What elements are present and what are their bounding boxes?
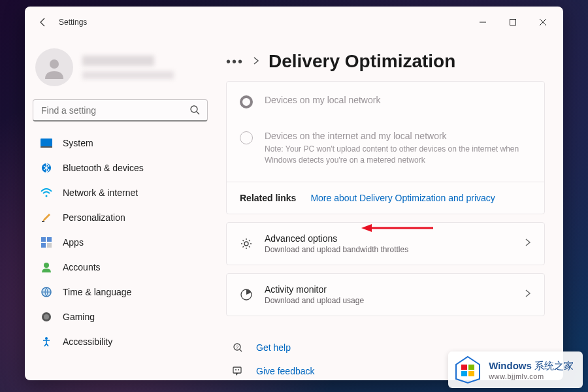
radio-note: Note: Your PC won't upload content to ot… bbox=[265, 144, 531, 166]
related-label: Related links bbox=[240, 193, 296, 203]
radio-label: Devices on my local network bbox=[265, 95, 380, 108]
gear-icon bbox=[240, 238, 253, 250]
maximize-icon bbox=[510, 19, 516, 25]
minimize-button[interactable] bbox=[468, 12, 498, 33]
svg-rect-14 bbox=[41, 243, 46, 248]
nav-apps[interactable]: Apps bbox=[33, 230, 213, 255]
nav-list: System Bluetooth & devices Network & int… bbox=[33, 131, 213, 354]
svg-line-25 bbox=[240, 350, 242, 351]
nav-label: Accessibility bbox=[63, 336, 112, 347]
content: System Bluetooth & devices Network & int… bbox=[25, 38, 563, 380]
globe-clock-icon bbox=[41, 286, 52, 298]
help-link: Get help bbox=[256, 342, 291, 353]
radio-local-network[interactable]: Devices on my local network bbox=[240, 91, 531, 112]
nav-label: Gaming bbox=[63, 312, 95, 322]
nav-accessibility[interactable]: Accessibility bbox=[33, 329, 213, 354]
profile-info bbox=[82, 56, 213, 79]
profile-name-redacted bbox=[82, 56, 154, 66]
svg-rect-15 bbox=[47, 243, 52, 248]
svg-rect-34 bbox=[461, 371, 467, 376]
accessibility-icon bbox=[41, 336, 52, 348]
svg-rect-7 bbox=[41, 139, 52, 146]
radio-label: Devices on the internet and my local net… bbox=[265, 131, 531, 141]
nav-gaming[interactable]: Gaming bbox=[33, 304, 213, 329]
system-icon bbox=[41, 137, 52, 149]
svg-point-29 bbox=[238, 369, 239, 370]
back-icon bbox=[38, 17, 48, 27]
svg-rect-35 bbox=[468, 371, 474, 376]
nav-label: Accounts bbox=[63, 262, 101, 272]
chevron-right-icon bbox=[525, 289, 531, 301]
related-link[interactable]: More about Delivery Optimization and pri… bbox=[310, 193, 495, 203]
window-controls bbox=[468, 12, 558, 33]
advanced-options-row[interactable]: Advanced options Download and upload ban… bbox=[226, 222, 545, 265]
svg-rect-33 bbox=[468, 365, 474, 370]
bluetooth-icon bbox=[41, 162, 52, 174]
feedback-link: Give feedback bbox=[256, 366, 315, 376]
svg-point-10 bbox=[46, 195, 48, 197]
close-button[interactable] bbox=[528, 12, 558, 33]
window-title: Settings bbox=[59, 18, 87, 27]
minimize-icon bbox=[480, 19, 486, 25]
nav-system[interactable]: System bbox=[33, 131, 213, 155]
profile-block[interactable] bbox=[33, 43, 213, 97]
avatar bbox=[35, 48, 73, 86]
gaming-icon bbox=[41, 311, 52, 323]
nav-network[interactable]: Network & internet bbox=[33, 180, 213, 205]
svg-point-22 bbox=[244, 242, 248, 246]
nav-bluetooth[interactable]: Bluetooth & devices bbox=[33, 155, 213, 180]
svg-rect-1 bbox=[510, 20, 516, 25]
apps-icon bbox=[41, 237, 52, 248]
nav-label: Apps bbox=[63, 237, 84, 248]
radio-selected-icon bbox=[240, 95, 253, 108]
radio-section: Devices on my local network Devices on t… bbox=[227, 82, 544, 182]
wifi-icon bbox=[41, 187, 52, 199]
search-wrap bbox=[33, 99, 213, 122]
nav-label: Personalization bbox=[63, 212, 125, 223]
accounts-icon bbox=[41, 261, 52, 273]
download-from-card: Devices on my local network Devices on t… bbox=[226, 81, 545, 214]
setting-text: Activity monitor Download and upload usa… bbox=[265, 284, 513, 305]
sidebar: System Bluetooth & devices Network & int… bbox=[25, 38, 221, 380]
svg-rect-27 bbox=[233, 367, 241, 373]
back-button[interactable] bbox=[30, 9, 56, 35]
settings-window: Settings bbox=[25, 7, 563, 380]
nav-label: Network & internet bbox=[63, 188, 138, 198]
svg-rect-12 bbox=[41, 237, 46, 242]
svg-point-5 bbox=[191, 106, 197, 112]
svg-point-21 bbox=[45, 337, 48, 340]
nav-label: Bluetooth & devices bbox=[63, 163, 144, 173]
setting-title: Advanced options bbox=[265, 233, 513, 244]
setting-subtitle: Download and upload bandwidth throttles bbox=[265, 245, 513, 254]
svg-point-20 bbox=[44, 314, 49, 319]
activity-monitor-row[interactable]: Activity monitor Download and upload usa… bbox=[226, 273, 545, 316]
chevron-right-icon bbox=[525, 238, 531, 250]
svg-point-28 bbox=[235, 369, 237, 370]
watermark: Windows 系统之家 www.bjjmlv.com bbox=[448, 351, 583, 388]
maximize-button[interactable] bbox=[498, 12, 528, 33]
avatar-icon bbox=[42, 56, 66, 79]
svg-rect-8 bbox=[41, 146, 52, 148]
main-panel: ••• Delivery Optimization Devices on my … bbox=[221, 38, 563, 380]
feedback-icon bbox=[231, 366, 244, 376]
search-input[interactable] bbox=[33, 99, 208, 122]
related-links: Related links More about Delivery Optimi… bbox=[227, 182, 544, 214]
radio-internet[interactable]: Devices on the internet and my local net… bbox=[240, 127, 531, 170]
svg-rect-11 bbox=[42, 221, 44, 222]
watermark-url: www.bjjmlv.com bbox=[489, 372, 574, 380]
nav-label: System bbox=[63, 138, 93, 148]
nav-label: Time & language bbox=[63, 287, 131, 297]
breadcrumb-more-icon[interactable]: ••• bbox=[226, 54, 244, 69]
setting-subtitle: Download and upload usage bbox=[265, 296, 513, 305]
close-icon bbox=[540, 19, 546, 25]
setting-title: Activity monitor bbox=[265, 284, 513, 295]
nav-personalization[interactable]: Personalization bbox=[33, 205, 213, 230]
page-title: Delivery Optimization bbox=[269, 51, 455, 72]
search-icon bbox=[189, 105, 200, 118]
watermark-logo-icon bbox=[453, 355, 482, 384]
titlebar: Settings bbox=[25, 7, 563, 38]
breadcrumb: ••• Delivery Optimization bbox=[226, 51, 545, 72]
nav-time-language[interactable]: Time & language bbox=[33, 280, 213, 304]
setting-text: Advanced options Download and upload ban… bbox=[265, 233, 513, 254]
nav-accounts[interactable]: Accounts bbox=[33, 255, 213, 280]
